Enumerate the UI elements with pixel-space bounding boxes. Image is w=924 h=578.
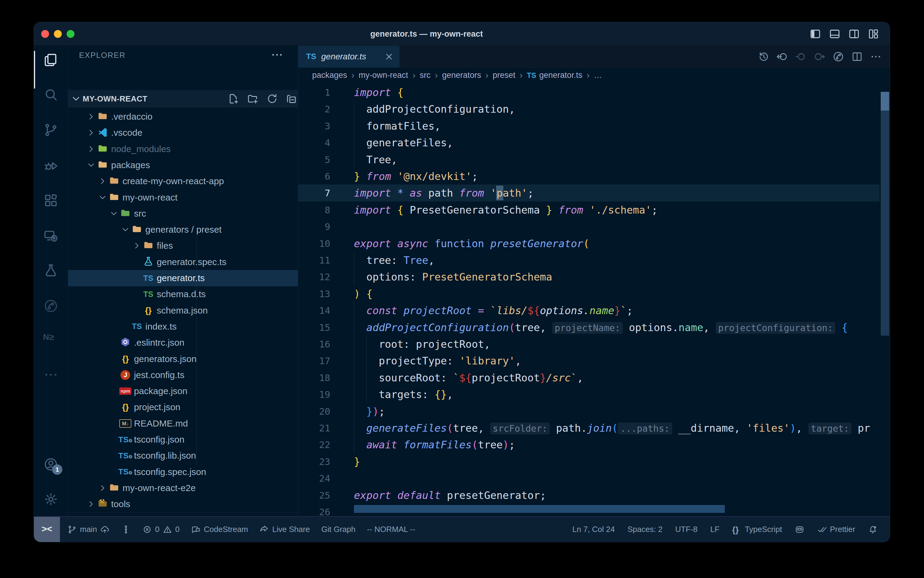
nx-console-icon[interactable]: N≥ [43, 332, 59, 348]
status-item[interactable] [868, 525, 878, 534]
collapse-all-icon[interactable] [285, 93, 298, 105]
code-line-15[interactable]: addProjectConfiguration(tree, projectNam… [354, 319, 879, 336]
tree-item-packages[interactable]: packages [68, 157, 298, 173]
tree-item-tools[interactable]: ⚒tools [68, 496, 298, 512]
status-item[interactable]: Spaces: 2 [628, 525, 663, 534]
refresh-icon[interactable] [266, 93, 278, 105]
code-line-10[interactable]: export async function presetGenerator( [354, 235, 879, 252]
tree-item-generator-ts[interactable]: TSgenerator.ts [68, 270, 298, 286]
tree-item-jest-config-ts[interactable]: Jjest.config.ts [68, 367, 298, 383]
outline-section[interactable]: OUTLINE [68, 512, 298, 516]
breadcrumb-item[interactable]: src [420, 71, 430, 80]
files-icon[interactable] [43, 52, 59, 68]
breadcrumb-item[interactable]: packages [312, 71, 347, 80]
status-item[interactable]: Git Graph [322, 525, 356, 534]
status-item[interactable] [795, 525, 804, 534]
code-line-3[interactable]: formatFiles, [354, 117, 879, 135]
tree-item-create-my-own-react-app[interactable]: create-my-own-react-app [68, 173, 298, 189]
settings-gear-icon[interactable] [43, 491, 59, 507]
close-tab-icon[interactable] [384, 52, 394, 62]
tree-item-generators-preset[interactable]: generators / preset [68, 221, 298, 238]
code-line-11[interactable]: tree: Tree, [354, 252, 879, 269]
breadcrumb-item[interactable]: preset [493, 71, 515, 80]
tree-item-tsconfig-lib-json[interactable]: TS⚙tsconfig.lib.json [68, 447, 298, 464]
search-icon[interactable] [43, 87, 59, 102]
history-icon[interactable] [757, 50, 769, 63]
status-item[interactable]: LF [710, 525, 719, 534]
tree-item-index-ts[interactable]: TSindex.ts [68, 318, 298, 335]
project-section-header[interactable]: MY-OWN-REACT [68, 90, 298, 107]
tree-item-node-modules[interactable]: node_modules [68, 141, 298, 157]
status-item[interactable]: main [67, 525, 110, 534]
code-line-6[interactable]: } from '@nx/devkit'; [354, 168, 879, 185]
explorer-more-actions-icon[interactable] [270, 48, 284, 62]
layout-sidebar-left-icon[interactable] [809, 28, 821, 40]
more-actions-icon[interactable] [870, 50, 882, 63]
code-line-19[interactable]: targets: {}, [354, 386, 879, 403]
code-line-2[interactable]: addProjectConfiguration, [354, 101, 879, 117]
code-line-25[interactable]: export default presetGenerator; [354, 487, 879, 504]
status-item[interactable]: Live Share [259, 525, 310, 534]
code-line-7[interactable]: import * as path from 'path'; [354, 185, 879, 201]
code-line-8[interactable]: import { PresetGeneratorSchema } from '.… [354, 201, 879, 218]
code-line-12[interactable]: options: PresetGeneratorSchema [354, 268, 879, 285]
status-item[interactable]: {}TypeScript [732, 525, 782, 534]
status-item[interactable] [121, 525, 131, 534]
tree-item-schema-d-ts[interactable]: TSschema.d.ts [68, 286, 298, 302]
code-line-16[interactable]: root: projectRoot, [354, 336, 879, 352]
tree-item-project-json[interactable]: {}project.json [68, 399, 298, 415]
code-line-14[interactable]: const projectRoot = `libs/${options.name… [354, 302, 879, 319]
remote-indicator[interactable]: >< [34, 517, 60, 542]
tree-item-package-json[interactable]: npmpackage.json [68, 383, 298, 399]
breadcrumb-item[interactable]: … [594, 71, 602, 80]
code-line-4[interactable]: generateFiles, [354, 134, 879, 151]
layout-panel-icon[interactable] [829, 28, 841, 40]
code-line-24[interactable] [354, 470, 879, 487]
tree-item-generators-json[interactable]: {}generators.json [68, 351, 298, 367]
status-item[interactable]: UTF-8 [675, 525, 697, 534]
status-item[interactable]: Prettier [817, 525, 855, 534]
tree-item--eslintrc-json[interactable]: .eslintrc.json [68, 334, 298, 351]
new-file-icon[interactable] [227, 93, 239, 105]
status-item[interactable]: CodeStream [191, 525, 248, 534]
breadcrumb-item[interactable]: generators [442, 71, 481, 80]
prev-change-icon[interactable] [795, 50, 807, 63]
tree-item--verdaccio[interactable]: .verdaccio [68, 109, 298, 125]
extensions-icon[interactable] [43, 193, 59, 209]
tree-item--vscode[interactable]: .vscode [68, 125, 298, 141]
code-line-26[interactable] [354, 503, 879, 516]
code-line-18[interactable]: sourceRoot: `${projectRoot}/src`, [354, 369, 879, 386]
run-debug-icon[interactable] [43, 158, 59, 174]
breadcrumb-item[interactable]: my-own-react [359, 71, 408, 80]
tree-item-my-own-react[interactable]: my-own-react [68, 189, 298, 206]
code-editor[interactable]: 1import {2 addProjectConfiguration,3 for… [298, 83, 890, 516]
status-item[interactable]: Ln 7, Col 24 [572, 525, 615, 534]
code-line-17[interactable]: projectType: 'library', [354, 352, 879, 369]
status-item[interactable]: -- NORMAL -- [367, 525, 415, 534]
code-line-9[interactable] [354, 218, 879, 235]
vertical-scrollbar[interactable] [881, 92, 889, 336]
status-item[interactable]: 00 [142, 525, 180, 534]
nav-back-icon[interactable] [776, 50, 788, 63]
layout-sidebar-right-icon[interactable] [848, 28, 860, 40]
code-line-22[interactable]: await formatFiles(tree); [354, 436, 879, 453]
next-change-icon[interactable] [814, 50, 825, 63]
git-graph-ext-icon[interactable] [43, 298, 59, 314]
maximize-window-button[interactable] [66, 30, 74, 38]
code-line-20[interactable]: }); [354, 403, 879, 420]
code-line-23[interactable]: } [354, 453, 879, 470]
tree-item-src[interactable]: src [68, 205, 298, 222]
tree-item-files[interactable]: files [68, 237, 298, 254]
tree-item-tsconfig-spec-json[interactable]: TS⚙tsconfig.spec.json [68, 464, 298, 480]
tree-item-readme-md[interactable]: M↓README.md [68, 415, 298, 432]
code-line-5[interactable]: Tree, [354, 151, 879, 168]
account-icon[interactable]: 1 [43, 456, 59, 472]
test-beaker-icon[interactable] [43, 263, 59, 278]
code-line-1[interactable]: import { [354, 84, 879, 101]
remote-explorer-icon[interactable] [43, 229, 59, 244]
new-folder-icon[interactable] [247, 93, 259, 105]
more-views-icon[interactable] [43, 367, 59, 383]
code-line-21[interactable]: generateFiles(tree, srcFolder: path.join… [354, 420, 879, 437]
close-window-button[interactable] [41, 30, 49, 38]
minimize-window-button[interactable] [54, 30, 62, 38]
